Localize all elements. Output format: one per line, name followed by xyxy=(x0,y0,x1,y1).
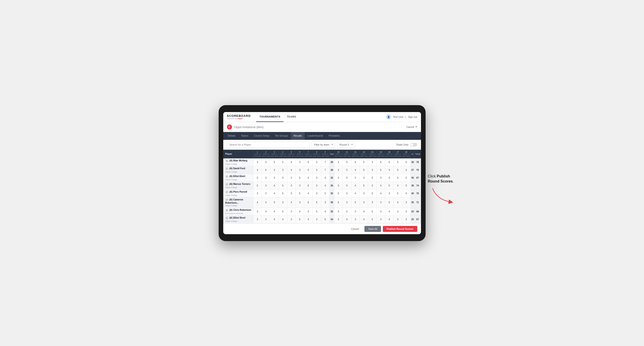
hole-1-score[interactable]: 4 xyxy=(253,197,262,207)
hole-11-score[interactable]: 5 xyxy=(342,166,351,174)
hole-3-score[interactable]: 3 xyxy=(270,166,279,174)
hole-5-score[interactable]: 3 xyxy=(287,189,296,197)
hole-10-score[interactable]: 6 xyxy=(334,197,342,207)
hole-5-score[interactable]: 3 xyxy=(287,181,296,189)
hole-2-score[interactable]: 3 xyxy=(262,189,270,197)
hole-3-score[interactable]: 5 xyxy=(270,158,279,166)
hole-5-score[interactable]: 3 xyxy=(287,207,296,215)
hole-12-score[interactable]: 3 xyxy=(351,174,360,181)
hole-14-score[interactable]: 5 xyxy=(368,174,376,181)
hole-18-score[interactable]: 5 xyxy=(402,158,410,166)
hole-8-score[interactable]: 3 xyxy=(312,181,321,189)
hole-6-score[interactable]: 3 xyxy=(296,158,304,166)
hole-2-score[interactable]: 3 xyxy=(262,158,270,166)
hole-3-score[interactable]: 3 xyxy=(270,174,279,181)
hole-15-score[interactable]: 3 xyxy=(376,207,385,215)
hole-16-score[interactable]: 5 xyxy=(385,197,394,207)
hole-8-score[interactable]: 3 xyxy=(312,158,321,166)
hole-18-score[interactable]: 5 xyxy=(402,174,410,181)
hole-5-score[interactable]: 3 xyxy=(287,215,296,223)
hole-12-score[interactable]: 3 xyxy=(351,207,360,215)
hole-9-score[interactable]: 4 xyxy=(321,174,330,181)
hole-8-score[interactable]: 3 xyxy=(312,215,321,223)
hole-5-score[interactable]: 4 xyxy=(287,158,296,166)
hole-11-score[interactable]: 5 xyxy=(342,189,351,197)
hole-6-score[interactable]: 5 xyxy=(296,174,304,181)
hole-12-score[interactable]: 6 xyxy=(351,158,360,166)
hole-13-score[interactable]: 4 xyxy=(360,215,368,223)
hole-10-score[interactable]: 3 xyxy=(334,181,342,189)
hole-12-score[interactable]: 3 xyxy=(351,215,360,223)
tab-results[interactable]: Results xyxy=(291,132,305,140)
hole-5-score[interactable]: 3 xyxy=(287,174,296,181)
hole-9-score[interactable]: 7 xyxy=(321,166,330,174)
hole-1-score[interactable]: 3 xyxy=(253,207,262,215)
hole-17-score[interactable]: 4 xyxy=(394,197,402,207)
hole-9-score[interactable]: 3 xyxy=(321,197,330,207)
hole-6-score[interactable]: 3 xyxy=(296,197,304,207)
tab-course-setup[interactable]: Course Setup xyxy=(251,132,272,140)
hole-15-score[interactable]: 4 xyxy=(376,189,385,197)
hole-14-score[interactable]: 5 xyxy=(368,207,376,215)
hole-7-score[interactable]: 4 xyxy=(304,189,312,197)
hole-8-score[interactable]: 3 xyxy=(312,189,321,197)
save-all-button[interactable]: Save All xyxy=(364,226,381,232)
hole-4-score[interactable]: 5 xyxy=(279,207,287,215)
hole-13-score[interactable]: 5 xyxy=(360,166,368,174)
hole-11-score[interactable]: 5 xyxy=(342,174,351,181)
hole-13-score[interactable]: 4 xyxy=(360,207,368,215)
hole-13-score[interactable]: 3 xyxy=(360,197,368,207)
hole-6-score[interactable]: 4 xyxy=(296,207,304,215)
hole-16-score[interactable]: 4 xyxy=(385,215,394,223)
hole-9-score[interactable]: 5 xyxy=(321,189,330,197)
hole-7-score[interactable]: 4 xyxy=(304,174,312,181)
hole-1-score[interactable]: 3 xyxy=(253,189,262,197)
hole-4-score[interactable]: 4 xyxy=(279,174,287,181)
hole-8-score[interactable]: 5 xyxy=(312,207,321,215)
hole-9-score[interactable]: 4 xyxy=(321,207,330,215)
hole-5-score[interactable]: 4 xyxy=(287,166,296,174)
hole-1-score[interactable]: 5 xyxy=(253,181,262,189)
tab-leaderboards[interactable]: Leaderboards xyxy=(305,132,326,140)
hole-17-score[interactable]: 5 xyxy=(394,166,402,174)
hole-1-score[interactable]: 5 xyxy=(253,174,262,181)
tab-tee-groups[interactable]: Tee Groups xyxy=(272,132,291,140)
hole-17-score[interactable]: 4 xyxy=(394,181,402,189)
hole-14-score[interactable]: 3 xyxy=(368,158,376,166)
hole-2-score[interactable]: 4 xyxy=(262,207,270,215)
toggle-switch[interactable] xyxy=(410,143,417,147)
hole-4-score[interactable]: 3 xyxy=(279,197,287,207)
hole-3-score[interactable]: 4 xyxy=(270,207,279,215)
hole-12-score[interactable]: 4 xyxy=(351,189,360,197)
hole-6-score[interactable]: 5 xyxy=(296,189,304,197)
hole-5-score[interactable]: 4 xyxy=(287,197,296,207)
cancel-tournament-button[interactable]: Cancel ✕ xyxy=(406,125,417,128)
sign-out-link[interactable]: Sign out xyxy=(408,116,417,118)
hole-17-score[interactable]: 3 xyxy=(394,207,402,215)
hole-10-score[interactable]: 3 xyxy=(334,215,342,223)
round-select[interactable]: Round 3 xyxy=(337,142,355,148)
hole-2-score[interactable]: 3 xyxy=(262,181,270,189)
hole-18-score[interactable]: 6 xyxy=(402,189,410,197)
hole-3-score[interactable]: 4 xyxy=(270,189,279,197)
hole-10-score[interactable]: 3 xyxy=(334,158,342,166)
hole-1-score[interactable]: 4 xyxy=(253,166,262,174)
hole-4-score[interactable]: 3 xyxy=(279,166,287,174)
hole-7-score[interactable]: 6 xyxy=(304,158,312,166)
hole-1-score[interactable]: 3 xyxy=(253,158,262,166)
hole-2-score[interactable]: 3 xyxy=(262,215,270,223)
search-input[interactable] xyxy=(227,142,310,148)
hole-4-score[interactable]: 5 xyxy=(279,189,287,197)
hole-8-score[interactable]: 3 xyxy=(312,166,321,174)
hole-6-score[interactable]: 5 xyxy=(296,215,304,223)
publish-round-scores-button[interactable]: Publish Round Scores xyxy=(383,226,417,232)
hole-12-score[interactable]: 5 xyxy=(351,197,360,207)
hole-17-score[interactable]: 3 xyxy=(394,215,402,223)
hole-17-score[interactable]: 5 xyxy=(394,158,402,166)
hole-1-score[interactable]: 3 xyxy=(253,215,262,223)
hole-12-score[interactable]: 4 xyxy=(351,181,360,189)
hole-14-score[interactable]: 3 xyxy=(368,166,376,174)
hole-12-score[interactable]: 4 xyxy=(351,166,360,174)
filter-team-select[interactable]: Filter by team xyxy=(312,142,335,148)
hole-4-score[interactable]: 4 xyxy=(279,215,287,223)
